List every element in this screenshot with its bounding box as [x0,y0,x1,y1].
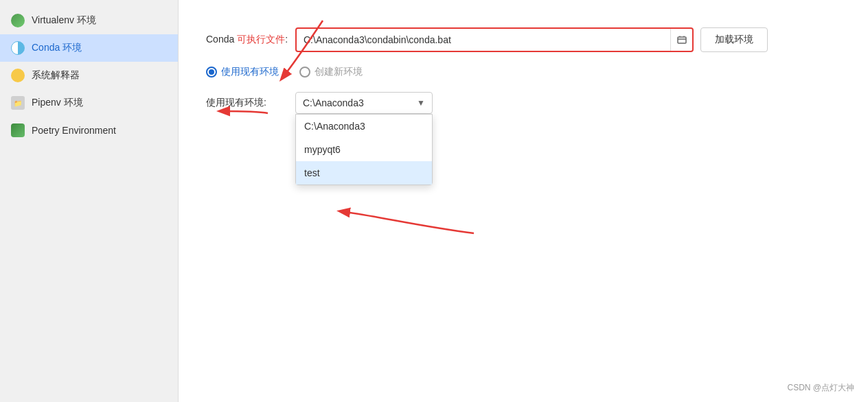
svg-rect-3 [678,37,686,43]
sidebar-item-conda[interactable]: Conda 环境 [0,34,178,62]
env-selector-row: 使用现有环境: C:\Anaconda3 ▼ C:\Anaconda3 mypy… [206,92,841,114]
radio-use-existing-label: 使用现有环境 [221,66,279,78]
dropdown-arrow-icon: ▼ [417,98,425,108]
conda-icon [11,41,25,55]
dropdown-item-mypyqt6[interactable]: mypyqt6 [296,138,432,161]
conda-exe-input-wrapper [295,27,694,52]
dropdown-item-anaconda3[interactable]: C:\Anaconda3 [296,115,432,138]
env-dropdown-wrapper: C:\Anaconda3 ▼ C:\Anaconda3 mypyqt6 test [295,92,433,114]
radio-use-existing[interactable]: 使用现有环境 [206,66,279,78]
sidebar-item-label: Poetry Environment [32,125,116,136]
main-content: Conda 可执行文件: 加载环境 使用现有环境 创建新环境 [179,0,868,402]
browse-button[interactable] [670,29,692,51]
radio-create-new[interactable]: 创建新环境 [299,66,363,78]
sidebar-item-label: Pipenv 环境 [32,97,83,109]
sidebar: Virtualenv 环境 Conda 环境 系统解释器 📁 Pipenv 环境… [0,0,179,402]
radio-row: 使用现有环境 创建新环境 [206,66,841,78]
system-icon [11,69,25,82]
dropdown-list: C:\Anaconda3 mypyqt6 test [295,114,433,185]
load-env-button[interactable]: 加载环境 [700,27,768,52]
watermark: CSDN @点灯大神 [787,382,854,394]
pipenv-icon: 📁 [11,96,25,110]
conda-exe-row: Conda 可执行文件: 加载环境 [206,27,841,52]
radio-create-new-dot [299,67,310,78]
dropdown-selected-value: C:\Anaconda3 [303,97,364,108]
poetry-icon [11,123,25,137]
sidebar-item-system[interactable]: 系统解释器 [0,62,178,89]
dropdown-item-test[interactable]: test [296,161,432,185]
virtualenv-icon [11,14,25,27]
radio-create-new-label: 创建新环境 [315,66,363,78]
sidebar-item-pipenv[interactable]: 📁 Pipenv 环境 [0,89,178,117]
env-dropdown[interactable]: C:\Anaconda3 ▼ [295,92,433,114]
sidebar-item-virtualenv[interactable]: Virtualenv 环境 [0,7,178,34]
sidebar-item-label: Conda 环境 [32,42,82,54]
use-env-label: 使用现有环境: [206,97,288,109]
sidebar-item-poetry[interactable]: Poetry Environment [0,117,178,144]
sidebar-item-label: Virtualenv 环境 [32,14,96,27]
radio-use-existing-dot [206,67,217,78]
sidebar-item-label: 系统解释器 [32,69,80,82]
conda-exe-input[interactable] [297,29,670,51]
conda-exe-label: Conda 可执行文件: [206,34,288,46]
